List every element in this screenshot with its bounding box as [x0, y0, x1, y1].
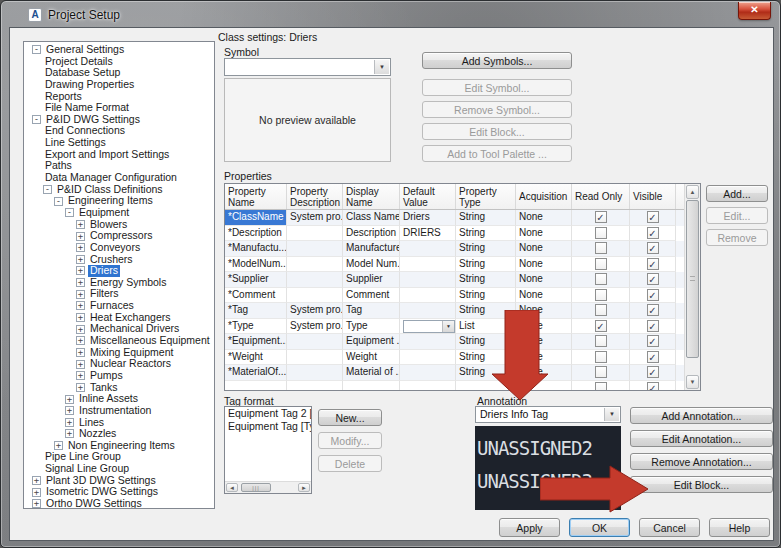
apply-button[interactable]: Apply	[499, 518, 560, 537]
cell-default-value[interactable]: DRIERS	[400, 226, 456, 242]
chevron-down-icon[interactable]: ▼	[374, 60, 389, 74]
expand-icon[interactable]: +	[76, 290, 85, 299]
visible-checkbox[interactable]: ✓	[647, 382, 659, 391]
cell-default-value[interactable]	[400, 241, 456, 257]
read-only-checkbox[interactable]	[595, 335, 607, 347]
collapse-icon[interactable]: -	[43, 185, 52, 194]
tag-format-item[interactable]: Equipment Tag [Type	[225, 420, 311, 433]
read-only-checkbox[interactable]: ✓	[595, 211, 607, 223]
scroll-up-icon[interactable]: ▲	[686, 185, 699, 199]
tree-item[interactable]: +Lines	[24, 417, 214, 429]
cell-acquisition[interactable]: None	[516, 303, 572, 319]
expand-icon[interactable]: +	[76, 301, 85, 310]
visible-checkbox[interactable]: ✓	[647, 242, 659, 254]
cell-property-type[interactable]: String	[456, 303, 516, 319]
cell-acquisition[interactable]: None	[516, 288, 572, 304]
close-button[interactable]: ✕	[738, 2, 771, 20]
scrollbar-thumb[interactable]	[686, 200, 699, 358]
annotation-dropdown[interactable]: Driers Info Tag ▼	[475, 406, 621, 423]
expand-icon[interactable]: +	[32, 488, 41, 497]
cell-display-name[interactable]: Description	[343, 226, 400, 242]
expand-icon[interactable]: +	[32, 499, 41, 508]
cell-property-type[interactable]: String	[456, 241, 516, 257]
read-only-checkbox[interactable]	[595, 351, 607, 363]
help-button[interactable]: Help	[709, 518, 770, 537]
cell-property-description[interactable]	[287, 226, 343, 242]
tree-item[interactable]: +Energy Symbols	[24, 277, 214, 289]
annotation-remove-annotation-button[interactable]: Remove Annotation...	[630, 453, 773, 470]
visible-checkbox[interactable]: ✓	[647, 211, 659, 223]
collapse-icon[interactable]: -	[54, 197, 63, 206]
cell-property-description[interactable]	[287, 381, 343, 392]
tag-format-item[interactable]: Equipment Tag 2 [Ar	[225, 407, 311, 420]
cell-property-name[interactable]	[225, 381, 287, 392]
expand-icon[interactable]: +	[65, 406, 74, 415]
expand-icon[interactable]: +	[76, 220, 85, 229]
collapse-icon[interactable]: -	[32, 45, 41, 54]
tag-format-delete-button[interactable]: Delete	[318, 455, 382, 472]
cell-property-type[interactable]: String	[456, 272, 516, 288]
tree-item[interactable]: +Conveyors	[24, 242, 214, 254]
tree-item[interactable]: +Miscellaneous Equipment	[24, 335, 214, 347]
expand-icon[interactable]: +	[65, 429, 74, 438]
cell-acquisition[interactable]: None	[516, 365, 572, 381]
tree-item[interactable]: -Equipment	[24, 207, 214, 219]
expand-icon[interactable]: +	[32, 476, 41, 485]
cell-acquisition[interactable]: None	[516, 272, 572, 288]
cell-acquisition[interactable]: None	[516, 210, 572, 226]
expand-icon[interactable]: +	[76, 255, 85, 264]
cell-property-type[interactable]: String	[456, 350, 516, 366]
tree-item[interactable]: +Pumps	[24, 370, 214, 382]
expand-icon[interactable]: +	[76, 336, 85, 345]
cell-default-value[interactable]	[400, 334, 456, 350]
cell-property-description[interactable]	[287, 272, 343, 288]
cell-property-description[interactable]	[287, 241, 343, 257]
tree-item[interactable]: +Ortho DWG Settings	[24, 498, 214, 509]
cell-property-description[interactable]	[287, 350, 343, 366]
cell-display-name[interactable]: Class Name	[343, 210, 400, 226]
cell-property-name[interactable]: *MaterialOf...	[225, 365, 287, 381]
cell-property-description[interactable]: System pro...	[287, 210, 343, 226]
read-only-checkbox[interactable]	[595, 258, 607, 270]
expand-icon[interactable]: +	[76, 325, 85, 334]
cell-property-description[interactable]	[287, 288, 343, 304]
cell-display-name[interactable]: Equipment ...	[343, 334, 400, 350]
visible-checkbox[interactable]: ✓	[647, 320, 659, 332]
tree-item[interactable]: +Instrumentation	[24, 405, 214, 417]
cell-acquisition[interactable]: None	[516, 350, 572, 366]
visible-checkbox[interactable]: ✓	[647, 304, 659, 316]
cell-default-value[interactable]	[400, 303, 456, 319]
symbol-remove-symbol-button[interactable]: Remove Symbol...	[422, 101, 572, 118]
chevron-down-icon[interactable]: ▼	[604, 408, 619, 421]
cell-display-name[interactable]: Model Num...	[343, 257, 400, 273]
visible-checkbox[interactable]: ✓	[647, 289, 659, 301]
visible-checkbox[interactable]: ✓	[647, 258, 659, 270]
cell-property-name[interactable]: *Supplier	[225, 272, 287, 288]
read-only-checkbox[interactable]	[595, 289, 607, 301]
cell-acquisition[interactable]: None	[516, 241, 572, 257]
expand-icon[interactable]: +	[76, 371, 85, 380]
cell-property-type[interactable]: String	[456, 288, 516, 304]
title-bar[interactable]: A Project Setup ✕	[1, 1, 780, 27]
visible-checkbox[interactable]: ✓	[647, 335, 659, 347]
collapse-icon[interactable]: -	[65, 208, 74, 217]
read-only-checkbox[interactable]	[595, 304, 607, 316]
scroll-right-icon[interactable]: ►	[298, 483, 310, 492]
cell-acquisition[interactable]: None	[516, 319, 572, 335]
cell-property-description[interactable]: System pro...	[287, 319, 343, 335]
scroll-down-icon[interactable]: ▼	[686, 375, 699, 389]
symbol-edit-symbol-button[interactable]: Edit Symbol...	[422, 79, 572, 96]
annotation-edit-block-button[interactable]: Edit Block...	[630, 476, 773, 493]
cell-default-value[interactable]: ▼	[400, 319, 456, 335]
cell-property-description[interactable]: System pro...	[287, 303, 343, 319]
vertical-scrollbar[interactable]: ▲ ▼	[684, 184, 700, 390]
cell-display-name[interactable]: Type	[343, 319, 400, 335]
cell-property-name[interactable]: *ClassName	[225, 210, 287, 226]
read-only-checkbox[interactable]	[595, 366, 607, 378]
tree-item[interactable]: +Crushers	[24, 254, 214, 266]
visible-checkbox[interactable]: ✓	[647, 351, 659, 363]
read-only-checkbox[interactable]	[595, 273, 607, 285]
read-only-checkbox[interactable]: ✓	[595, 320, 607, 332]
annotation-edit-annotation-button[interactable]: Edit Annotation...	[630, 430, 773, 447]
cell-property-name[interactable]: *Tag	[225, 303, 287, 319]
